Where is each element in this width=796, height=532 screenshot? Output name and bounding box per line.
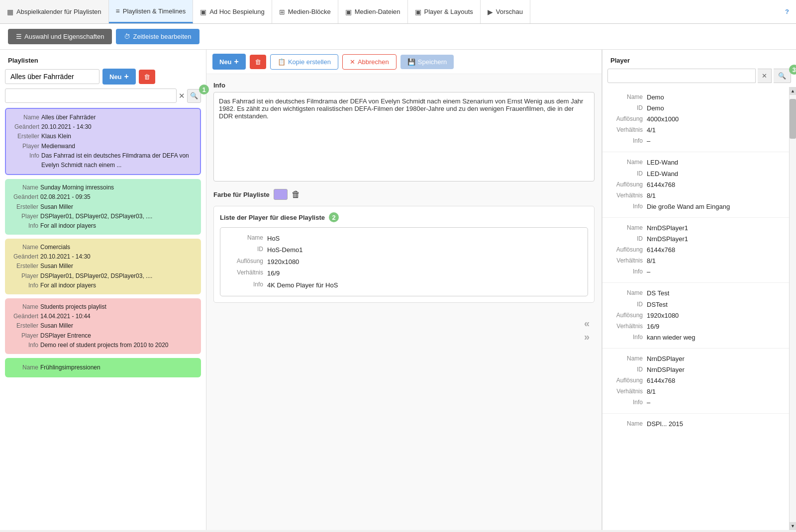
pir-aufloesung-1: 6144x768 xyxy=(647,179,675,190)
zeitleiste-label: Zeitleiste bearbeiten xyxy=(133,33,191,40)
nav-tab-medien-dateien-label: Medien-Dateien xyxy=(355,8,400,15)
help-button[interactable]: ? xyxy=(778,0,796,23)
player-item-4[interactable]: Name NrnDSPlayer ID NrnDSPlayer Auflösun… xyxy=(602,349,789,414)
pc-aufloesung: 1920x1080 xyxy=(267,256,299,267)
speichern-icon: 💾 xyxy=(407,58,415,66)
pi-name-label-0: Name xyxy=(12,113,39,122)
list-search-input[interactable] xyxy=(5,89,177,103)
delete-button[interactable]: 🗑 xyxy=(139,70,155,84)
abspielkalender-icon: ▦ xyxy=(7,8,13,16)
player-layouts-icon: ▣ xyxy=(415,8,421,16)
pir-id-1: LED-Wand xyxy=(647,169,678,179)
pir-verhaeltnis-label-2: Verhältnis xyxy=(610,256,643,266)
next-arrow-button[interactable]: » xyxy=(584,331,590,343)
pi-player-label-1: Player xyxy=(11,212,38,221)
middle-delete-button[interactable]: 🗑 xyxy=(250,55,266,69)
pi-info-label-3: Info xyxy=(11,341,38,350)
player-list-section: Liste der Player für diese Playliste 2 N… xyxy=(213,206,595,303)
auswahl-label: Auswahl und Eigenschaften xyxy=(24,33,104,40)
scroll-up-btn[interactable]: ▲ xyxy=(790,87,796,95)
player-item-0[interactable]: Name Demo ID Demo Auflösung 4000x1000 Ve… xyxy=(602,87,789,152)
kopie-button[interactable]: 📋 Kopie erstellen xyxy=(270,54,338,70)
medien-bloecke-icon: ⊞ xyxy=(279,8,285,16)
pir-name-label-4: Name xyxy=(610,354,643,364)
middle-content: Info Das Fahrrad ist ein deutsches Filmd… xyxy=(206,74,601,310)
pi-geaendert-0: 20.10.2021 - 14:30 xyxy=(41,122,92,132)
player-search-clear[interactable]: ✕ xyxy=(758,69,772,83)
pir-id-label-0: ID xyxy=(610,103,643,114)
color-delete-icon[interactable]: 🗑 xyxy=(292,189,300,200)
player-card: Name HoS ID HoS-Demo1 Auflösung 1920x108… xyxy=(220,227,588,296)
nav-tab-adhoc[interactable]: ▣ Ad Hoc Bespielung xyxy=(193,0,272,23)
pi-ersteller-label-2: Ersteller xyxy=(11,262,38,271)
color-swatch[interactable] xyxy=(274,189,288,200)
nav-tab-vorschau-label: Vorschau xyxy=(496,8,523,15)
pc-info: 4K Demo Player für HoS xyxy=(267,279,338,291)
nav-tab-player-layouts[interactable]: ▣ Player & Layouts xyxy=(408,0,481,23)
badge-3: 3 xyxy=(789,65,796,75)
player-search-bar: ✕ 🔍 3 xyxy=(602,69,796,87)
pir-aufloesung-label-3: Auflösung xyxy=(610,310,643,321)
pi-geaendert-2: 20.10.2021 - 14:30 xyxy=(40,252,91,262)
playlist-item-1[interactable]: Name Sunday Morning imressoins Geändert … xyxy=(5,179,201,235)
neu-button[interactable]: Neu + xyxy=(102,69,136,85)
nav-arrows-container: « » xyxy=(206,310,601,351)
playlist-item-4[interactable]: Name Frühlingsimpressionen xyxy=(5,358,201,377)
nav-tab-vorschau[interactable]: ▶ Vorschau xyxy=(481,0,530,23)
scroll-thumb xyxy=(790,99,796,139)
middle-neu-icon: + xyxy=(234,57,239,66)
pir-id-2: NrnDSPlayer1 xyxy=(647,234,688,245)
nav-tab-playlisten[interactable]: ≡ Playlisten & Timelines xyxy=(109,0,194,23)
pi-geaendert-label-0: Geändert xyxy=(12,122,39,132)
list-search-clear[interactable]: ✕ xyxy=(179,91,185,100)
pir-verhaeltnis-2: 8/1 xyxy=(647,256,656,266)
pir-id-label-2: ID xyxy=(610,234,643,245)
pir-verhaeltnis-label-0: Verhältnis xyxy=(610,125,643,136)
pir-id-3: DSTest xyxy=(647,299,668,310)
scroll-down-btn[interactable]: ▼ xyxy=(790,522,796,530)
nav-tab-abspielkalender[interactable]: ▦ Abspielkalender für Playlisten xyxy=(0,0,109,23)
nav-tab-medien-dateien[interactable]: ▣ Medien-Dateien xyxy=(338,0,408,23)
pi-info-1: For all indoor players xyxy=(40,221,96,231)
pir-name-label-0: Name xyxy=(610,92,643,103)
speichern-button[interactable]: 💾 Speichern xyxy=(400,55,454,69)
player-search-input[interactable] xyxy=(607,69,756,83)
pi-geaendert-3: 14.04.2021 - 10:44 xyxy=(40,312,91,321)
pir-info-label-3: Info xyxy=(610,332,643,343)
pi-geaendert-label-3: Geändert xyxy=(11,312,38,321)
pir-verhaeltnis-label-4: Verhältnis xyxy=(610,386,643,397)
player-item-3[interactable]: Name DS Test ID DSTest Auflösung 1920x10… xyxy=(602,283,789,348)
playlist-item-3[interactable]: Name Students projects playlist Geändert… xyxy=(5,298,201,354)
pi-name-label-4: Name xyxy=(11,363,38,372)
zeitleiste-button[interactable]: ⏱ Zeitleiste bearbeiten xyxy=(116,29,199,44)
right-scrollbar[interactable]: ▲ ▼ xyxy=(789,87,796,530)
abbrechen-button[interactable]: ✕ Abbrechen xyxy=(342,54,397,70)
player-search-icon-btn[interactable]: 🔍 xyxy=(774,69,791,83)
playlist-item-2[interactable]: Name Comercials Geändert 20.10.2021 - 14… xyxy=(5,239,201,294)
player-list-title: Liste der Player für diese Playliste 2 xyxy=(220,212,588,222)
pir-info-4: – xyxy=(647,397,650,408)
speichern-label: Speichern xyxy=(418,58,447,66)
pi-player-label-3: Player xyxy=(11,331,38,341)
pir-verhaeltnis-4: 8/1 xyxy=(647,386,656,397)
pi-info-3: Demo reel of student projects from 2010 … xyxy=(40,341,168,350)
pi-geaendert-1: 02.08.2021 - 09:35 xyxy=(40,192,91,202)
nav-tab-medien-bloecke[interactable]: ⊞ Medien-Blöcke xyxy=(272,0,338,23)
pi-geaendert-label-1: Geändert xyxy=(11,192,38,202)
player-item-1[interactable]: Name LED-Wand ID LED-Wand Auflösung 6144… xyxy=(602,152,789,217)
prev-arrow-button[interactable]: « xyxy=(584,318,590,329)
middle-neu-button[interactable]: Neu + xyxy=(212,54,246,70)
auswahl-icon: ☰ xyxy=(16,33,22,40)
pir-name-label-2: Name xyxy=(610,223,643,234)
nav-tab-abspielkalender-label: Abspielkalender für Playlisten xyxy=(16,8,101,15)
playlist-item-0[interactable]: Name Alles über Fahrräder Geändert 20.10… xyxy=(5,108,201,175)
player-item-2[interactable]: Name NrnDSPlayer1 ID NrnDSPlayer1 Auflös… xyxy=(602,218,789,283)
toolbar: ☰ Auswahl und Eigenschaften ⏱ Zeitleiste… xyxy=(0,24,796,50)
auswahl-button[interactable]: ☰ Auswahl und Eigenschaften xyxy=(8,29,112,44)
middle-toolbar: Neu + 🗑 📋 Kopie erstellen ✕ Abbrechen 💾 … xyxy=(206,50,601,74)
left-panel: Playlisten Neu + 🗑 ✕ 🔍 1 xyxy=(0,50,206,530)
playlist-name-input[interactable] xyxy=(5,69,100,84)
player-item-5[interactable]: Name DSPl... 2015 xyxy=(602,414,789,432)
info-textarea[interactable]: Das Fahrrad ist ein deutsches Filmdrama … xyxy=(213,92,595,181)
pir-aufloesung-4: 6144x768 xyxy=(647,375,675,386)
